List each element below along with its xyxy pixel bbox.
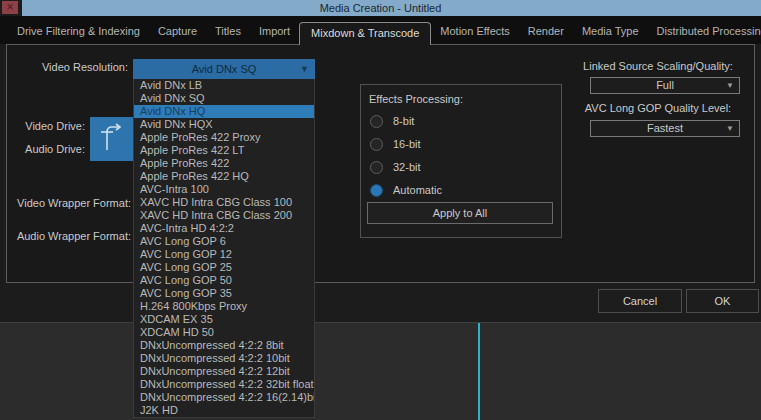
tab-capture[interactable]: Capture: [149, 18, 206, 44]
radio-32-bit-label: 32-bit: [393, 161, 421, 173]
app-background: [0, 322, 761, 420]
resolution-option[interactable]: AVC Long GOP 50: [134, 274, 314, 287]
resolution-option-highlighted[interactable]: Avid DNx HQ: [134, 105, 314, 118]
tab-drive-filtering-indexing[interactable]: Drive Filtering & Indexing: [8, 18, 149, 44]
dialog-title: Media Creation - Untitled: [0, 0, 761, 16]
avc-long-gop-quality-dropdown[interactable]: Fastest ▼: [590, 120, 740, 137]
resolution-option[interactable]: Avid DNx HQX: [134, 118, 314, 131]
ok-button[interactable]: OK: [686, 289, 759, 313]
avc-long-gop-quality-value: Fastest: [647, 122, 683, 134]
resolution-option[interactable]: XDCAM HD 50: [134, 326, 314, 339]
radio-8-bit[interactable]: 8-bit: [370, 114, 414, 128]
radio-32-bit[interactable]: 32-bit: [370, 160, 421, 174]
radio-automatic-label: Automatic: [393, 184, 442, 196]
resolution-option[interactable]: XAVC HD Intra CBG Class 100: [134, 196, 314, 209]
linked-source-scaling-value: Full: [656, 79, 674, 91]
tab-bar: Drive Filtering & Indexing Capture Title…: [0, 16, 761, 44]
video-wrapper-format-label: Video Wrapper Format:: [7, 197, 131, 209]
effects-processing-group: Effects Processing: 8-bit 16-bit 32-bit …: [360, 84, 562, 238]
resolution-option[interactable]: DNxUncompressed 4:2:2 32bit float: [134, 378, 314, 391]
radio-8-bit-label: 8-bit: [393, 115, 414, 127]
chevron-down-icon: ▼: [726, 78, 734, 93]
resolution-option[interactable]: DNxUncompressed 4:2:2 10bit: [134, 352, 314, 365]
video-resolution-selected-value: Avid DNx SQ: [133, 59, 315, 79]
dialog-titlebar[interactable]: Media Creation - Untitled ✕: [0, 0, 761, 16]
video-resolution-option-list: Avid DNx LB Avid DNx SQ Avid DNx HQ Avid…: [133, 79, 315, 418]
tab-mixdown-transcode[interactable]: Mixdown & Transcode: [299, 22, 431, 45]
resolution-option[interactable]: XAVC HD Intra CBG Class 200: [134, 209, 314, 222]
radio-circle-icon[interactable]: [370, 115, 383, 128]
tab-titles[interactable]: Titles: [206, 18, 250, 44]
radio-selected-icon[interactable]: [370, 184, 383, 197]
resolution-option[interactable]: Avid DNx LB: [134, 79, 314, 92]
video-resolution-dropdown[interactable]: Avid DNx SQ ▼: [133, 59, 315, 79]
tab-motion-effects[interactable]: Motion Effects: [431, 18, 519, 44]
resolution-option[interactable]: AVC Long GOP 25: [134, 261, 314, 274]
resolution-option[interactable]: Apple ProRes 422 Proxy: [134, 131, 314, 144]
audio-wrapper-format-label: Audio Wrapper Format:: [7, 230, 131, 242]
linked-source-scaling-dropdown[interactable]: Full ▼: [590, 77, 740, 94]
screen: Media Creation - Untitled ✕ Drive Filter…: [0, 0, 761, 420]
same-drive-link-button[interactable]: [90, 117, 133, 161]
apply-to-all-button[interactable]: Apply to All: [367, 202, 553, 224]
video-drive-label: Video Drive:: [7, 120, 85, 132]
resolution-option[interactable]: Avid DNx SQ: [134, 92, 314, 105]
resolution-option[interactable]: AVC-Intra HD 4:2:2: [134, 222, 314, 235]
resolution-option[interactable]: Apple ProRes 422: [134, 157, 314, 170]
radio-circle-icon[interactable]: [370, 138, 383, 151]
pipe-arrow-icon: [90, 117, 133, 161]
media-creation-dialog: Media Creation - Untitled ✕ Drive Filter…: [0, 0, 761, 322]
chevron-down-icon: ▼: [300, 59, 309, 79]
audio-drive-label: Audio Drive:: [7, 143, 85, 155]
resolution-option[interactable]: AVC-Intra 100: [134, 183, 314, 196]
tab-media-type[interactable]: Media Type: [573, 18, 648, 44]
video-resolution-label: Video Resolution:: [7, 61, 128, 73]
close-button-area: ✕: [0, 0, 22, 16]
tab-import[interactable]: Import: [250, 18, 299, 44]
resolution-option[interactable]: DNxUncompressed 4:2:2 12bit: [134, 365, 314, 378]
radio-circle-icon[interactable]: [370, 161, 383, 174]
radio-16-bit-label: 16-bit: [393, 138, 421, 150]
chevron-down-icon: ▼: [726, 121, 734, 136]
radio-automatic[interactable]: Automatic: [370, 183, 442, 197]
cancel-button[interactable]: Cancel: [598, 289, 682, 313]
effects-processing-label: Effects Processing:: [369, 93, 463, 105]
resolution-option[interactable]: J2K HD: [134, 404, 314, 417]
resolution-option[interactable]: XDCAM EX 35: [134, 313, 314, 326]
resolution-option[interactable]: H.264 800Kbps Proxy: [134, 300, 314, 313]
tab-distributed-processing[interactable]: Distributed Processing: [648, 18, 761, 44]
timeline-playhead-line: [478, 323, 480, 420]
radio-16-bit[interactable]: 16-bit: [370, 137, 421, 151]
resolution-option[interactable]: AVC Long GOP 35: [134, 287, 314, 300]
close-icon[interactable]: ✕: [2, 1, 18, 14]
resolution-option[interactable]: Apple ProRes 422 LT: [134, 144, 314, 157]
linked-source-scaling-label: Linked Source Scaling/Quality:: [573, 60, 743, 72]
resolution-option[interactable]: Apple ProRes 422 HQ: [134, 170, 314, 183]
mixdown-transcode-panel: Video Resolution: Video Drive: Audio Dri…: [6, 44, 755, 283]
resolution-option[interactable]: DNxUncompressed 4:2:2 16(2.14)bit: [134, 391, 314, 404]
resolution-option[interactable]: AVC Long GOP 6: [134, 235, 314, 248]
tab-render[interactable]: Render: [519, 18, 573, 44]
resolution-option[interactable]: DNxUncompressed 4:2:2 8bit: [134, 339, 314, 352]
avc-long-gop-quality-label: AVC Long GOP Quality Level:: [573, 102, 743, 114]
resolution-option[interactable]: AVC Long GOP 12: [134, 248, 314, 261]
